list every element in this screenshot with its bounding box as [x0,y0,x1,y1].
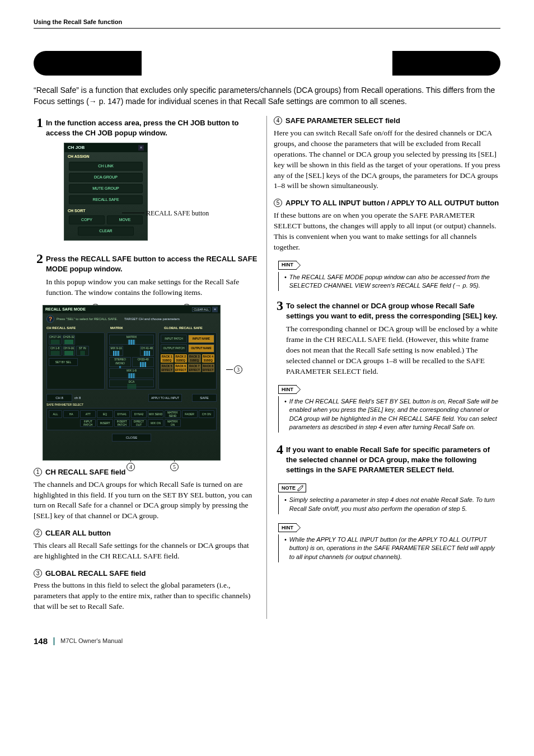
step-3: 3 To select the channel or DCA group who… [274,299,500,321]
page-footer: 148 M7CL Owner's Manual [34,636,500,647]
section-heading: SAFE PARAMETER SELECT field [285,116,400,126]
rack-button[interactable]: RACK 8 EFFECT [202,364,215,372]
matrix-cell[interactable]: MATRIX [110,335,153,339]
ch-cell[interactable]: CH25-32 [63,335,75,339]
popup-target: TARGET CH and choose parameters [124,317,180,321]
clear-button[interactable]: CLEAR [78,227,134,236]
ch-cell[interactable]: CH 9-16 [63,346,75,350]
note-box: NOTE Simply selecting a parameter in ste… [278,482,500,514]
step-2: 2 Press the RECALL SAFE button to access… [34,252,260,274]
matrix-cell[interactable]: CH 41-48 [140,346,153,350]
dca-cell[interactable]: DCA [109,379,154,387]
matrix-cell[interactable]: MIX 1-8 [110,369,153,373]
section-heading: GLOBAL RECALL SAFE field [45,569,146,579]
dca-group-button[interactable]: DCA GROUP [69,173,143,182]
matrix-label: MATRIX [110,326,161,330]
footer-accent [53,637,55,645]
hint-text: While the APPLY TO ALL INPUT button (or … [289,536,500,561]
recall-safe-mode-popup: RECALL SAFE MODE CLEAR ALL × ? Press "SE… [43,305,221,461]
step-number: 3 [274,299,286,312]
apply-to-all-input-button[interactable]: APPLY TO ALL INPUT [148,394,182,402]
rack-button[interactable]: RACK 1 31BEQ [161,354,174,363]
right-column: 4 SAFE PARAMETER SELECT field Here you c… [267,116,500,618]
rack-button[interactable]: RACK 2 31BEQ [175,354,188,363]
hint-tag: HINT [278,385,297,394]
recall-safe-button[interactable]: RECALL SAFE [69,195,143,204]
close-icon[interactable]: × [138,145,144,151]
page-number: 148 [34,636,48,647]
selected-ch: CH 8 [46,394,72,402]
sps-button[interactable]: ATT [80,410,96,418]
matrix-cell[interactable]: STEREO /MONO [110,358,130,365]
step-heading: In the function access area, press the C… [46,116,260,138]
section-number: 2 [34,529,42,537]
popup-title: RECALL SAFE MODE [45,307,86,312]
sps-button[interactable]: INSERT PATCH [114,419,130,427]
sps-button[interactable]: EQ [97,410,113,418]
mute-group-button[interactable]: MUTE GROUP [69,184,143,193]
sps-button[interactable]: CH ON [199,410,214,418]
section-number: 4 [274,116,282,125]
sps-button[interactable]: INSERT [97,419,113,427]
sps-button[interactable]: FADER [182,410,198,418]
clear-all-button[interactable]: CLEAR ALL [192,307,210,312]
section-heading: CLEAR ALL button [45,528,111,538]
copy-button[interactable]: COPY [69,215,105,224]
sps-button[interactable]: DIRECT OUT [131,419,147,427]
hint-text: The RECALL SAFE MODE popup window can al… [289,273,500,290]
rack-button[interactable]: RACK 4 31BEQ [202,354,215,363]
set-by-sel-button[interactable]: SET BY SEL [49,358,78,366]
sps-button[interactable]: INPUT PATCH [80,419,96,427]
running-head: Using the Recall Safe function [34,18,500,29]
close-icon[interactable]: × [212,307,218,312]
output-name-button[interactable]: OUTPUT NAME [188,344,214,353]
sps-button[interactable]: HA [63,410,79,418]
manual-title: M7CL Owner's Manual [60,637,123,645]
pencil-icon [297,485,304,491]
ch-recall-safe-label: CH RECALL SAFE [46,326,107,330]
matrix-cell[interactable]: CH33-40 [133,358,153,361]
matrix-panel: MATRIX MIX 9-16 CH 41-48 STEREO /MONO CH… [107,332,156,389]
sps-button[interactable]: ALL [49,410,62,418]
matrix-cell[interactable]: MIX 9-16 [110,346,123,350]
lead-paragraph: “Recall Safe” is a function that exclude… [34,84,500,107]
sps-button[interactable]: DYNA2 [131,410,147,418]
step-body: In this popup window you can make settin… [46,277,260,298]
help-icon: ? [46,315,54,323]
sps-button[interactable]: MIX SEND [148,410,163,418]
section-body: Press the buttons in this field to selec… [34,580,260,612]
step-1: 1 In the function access area, press the… [34,116,260,138]
section-heading: APPLY TO ALL INPUT button / APPLY TO ALL… [285,198,499,208]
ch-job-popup: CH JOB × CH ASSIGN CH LINK DCA GROUP MUT… [64,143,148,241]
rack-button[interactable]: RACK 7 EFFECT [188,364,201,372]
step-heading: To select the channel or DCA group whose… [286,299,500,321]
step-heading: Press the RECALL SAFE button to access t… [46,252,260,274]
global-recall-safe-panel: INPUT PATCH INPUT NAME OUTPUT PATCH OUTP… [158,332,217,389]
sps-button[interactable]: MATRIX SEND [165,410,180,418]
input-patch-button[interactable]: INPUT PATCH [161,335,187,343]
safe-parameter-select-panel: ALL HA ATT EQ DYNA1 DYNA2 MIX SEND MATRI… [46,408,217,430]
rack-button[interactable]: RACK 6 EFFECT [175,364,188,372]
sps-button[interactable]: MIX ON [148,419,163,427]
input-name-button[interactable]: INPUT NAME [188,335,214,343]
ch-link-button[interactable]: CH LINK [69,162,143,171]
hint-box: HINT If the CH RECALL SAFE field's SET B… [278,384,500,433]
ch-job-title: CH JOB [68,145,85,151]
step-number: 4 [274,443,286,456]
safe-button[interactable]: SAFE [192,394,217,402]
sps-button[interactable]: MATRIX ON [165,419,180,427]
section-heading: CH RECALL SAFE field [45,467,126,477]
section-body: Here you can switch Recall Safe on/off f… [274,128,500,191]
close-button[interactable]: CLOSE [112,434,151,442]
sps-button[interactable]: DYNA1 [114,410,130,418]
ch-cell[interactable]: CH17-24 [49,335,61,339]
output-patch-button[interactable]: OUTPUT PATCH [161,344,187,353]
note-tag-label: NOTE [282,485,296,491]
ch-cell[interactable]: CH 1-8 [49,346,61,350]
popup-hint: Press "SEL" to select for RECALL SAFE. [57,317,118,321]
rack-button[interactable]: RACK 5 EFFECT [161,364,174,372]
ch-cell[interactable]: ST IN [77,346,88,350]
step-body: The corresponding channel or DCA group w… [286,324,500,377]
ch-job-popup-figure: CH JOB × CH ASSIGN CH LINK DCA GROUP MUT… [34,143,260,241]
rack-button[interactable]: RACK 3 31BEQ [188,354,201,363]
